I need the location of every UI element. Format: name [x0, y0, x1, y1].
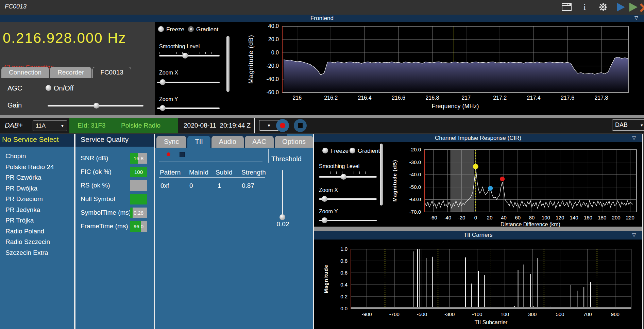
- play-green-icon[interactable]: [629, 3, 638, 12]
- service-item[interactable]: PR Czwórka: [0, 172, 74, 183]
- decoder-panel: [155, 134, 313, 329]
- threshold-slider[interactable]: [282, 170, 283, 220]
- service-item[interactable]: Chopin: [0, 151, 74, 162]
- threshold-label: Threshold: [271, 155, 302, 163]
- tab-options[interactable]: Options: [275, 136, 313, 148]
- freeze-radio[interactable]: [158, 26, 164, 32]
- chevron-down-icon: ▼: [61, 124, 64, 128]
- cir-zoom-x-label: Zoom X: [319, 187, 338, 193]
- tab-aac[interactable]: AAC: [245, 136, 274, 148]
- section-divider: [0, 115, 644, 118]
- gain-slider[interactable]: [48, 105, 143, 106]
- zoom-x-label: Zoom X: [159, 70, 178, 76]
- frontend-scrollbar[interactable]: [226, 36, 230, 92]
- record-button[interactable]: [276, 119, 289, 132]
- service-item[interactable]: PR Jedynka: [0, 204, 74, 215]
- channel-dropdown[interactable]: 11A ▼: [33, 120, 67, 131]
- zoom-y-label: Zoom Y: [159, 96, 178, 102]
- gear-icon[interactable]: [598, 2, 609, 11]
- service-item[interactable]: Radio Szczecin: [0, 236, 74, 247]
- tii-col-header: SubId: [216, 169, 233, 176]
- zoom-x-slider[interactable]: [157, 82, 220, 83]
- tab-audio[interactable]: Audio: [211, 136, 244, 148]
- quality-bar: 16.8: [130, 153, 147, 164]
- quality-label: RS (ok %): [81, 182, 110, 189]
- cir-zoom-x-slider[interactable]: [319, 198, 377, 200]
- cir-expander-icon[interactable]: ▽: [632, 135, 636, 141]
- service-quality-header: Service Quality: [75, 134, 154, 147]
- service-item[interactable]: Radio Poland: [0, 226, 74, 237]
- cir-scrollbar[interactable]: [380, 144, 383, 205]
- tii-expander-icon[interactable]: ▽: [632, 232, 636, 237]
- dab-bar-separator: [254, 118, 255, 133]
- info-icon[interactable]: i: [583, 2, 586, 12]
- right-edge-scrollbar[interactable]: [642, 134, 643, 329]
- tii-legend-rule: [159, 162, 262, 162]
- tii-table-rule: [159, 177, 265, 178]
- smoothing-slider[interactable]: [159, 55, 220, 56]
- quality-label: FIC (ok %): [81, 168, 112, 176]
- gradient-label: Gradient: [196, 26, 218, 33]
- service-item[interactable]: Polskie Radio 24: [0, 162, 74, 172]
- quality-bar: [130, 180, 147, 191]
- service-list: ChopinPolskie Radio 24PR CzwórkaPR Dwójk…: [0, 151, 74, 258]
- gain-slider-thumb[interactable]: [94, 103, 99, 109]
- tii-cell: 0xf: [160, 182, 169, 190]
- no-service-selected-label: No Service Select: [2, 135, 74, 144]
- output-mode-dropdown[interactable]: DAB ▼: [612, 119, 644, 131]
- cir-zoom-y-slider[interactable]: [319, 220, 377, 221]
- dab-mode-label: DAB+: [5, 121, 23, 129]
- quality-row: FrameTime (ms)96.0: [75, 221, 154, 232]
- tii-col-header: Pattern: [160, 169, 181, 176]
- freeze-label: Freeze: [166, 26, 184, 33]
- record-dot-icon: [280, 123, 285, 128]
- frontend-expander-icon[interactable]: ▽: [634, 15, 638, 20]
- stop-button[interactable]: [294, 119, 307, 132]
- agc-label: AGC: [7, 84, 22, 92]
- cir-gradient-radio[interactable]: [350, 148, 355, 153]
- service-item[interactable]: PR Dwójka: [0, 183, 74, 194]
- tab-connection[interactable]: Connection: [1, 67, 49, 78]
- service-item[interactable]: PR Dzieciom: [0, 194, 74, 204]
- tab-tii[interactable]: TII: [187, 136, 210, 148]
- gain-label: Gain: [7, 101, 22, 109]
- channel-value: 11A: [36, 122, 46, 129]
- cir-gradient-label: Gradient: [358, 148, 380, 154]
- tii-title: TII Carriers: [314, 232, 642, 238]
- cir-title: Channel Impulse Response (CIR): [314, 135, 642, 142]
- app-window: FC0013 i Frontend ▽ 0.216.928.000 Hz 43 …: [0, 0, 644, 329]
- quality-bar: [130, 194, 147, 204]
- tii-cell: 0: [189, 182, 193, 190]
- chevron-down-icon: ▼: [640, 123, 644, 127]
- cir-freeze-radio[interactable]: [322, 148, 328, 153]
- service-item[interactable]: Szczecin Extra: [0, 247, 74, 258]
- quality-row: RS (ok %): [75, 180, 154, 191]
- agc-radio[interactable]: [46, 85, 51, 91]
- decoder-tabs: SyncTIIAudioAACOptions: [156, 136, 313, 148]
- tii-legend-square-icon: [180, 152, 185, 157]
- tii-col-header: MainId: [189, 169, 208, 176]
- quality-label: SNR (dB): [81, 154, 108, 162]
- tii-legend-dot-icon: [167, 152, 170, 156]
- tab-fc0013[interactable]: FC0013: [92, 67, 131, 78]
- quality-bar: 0.28: [130, 208, 147, 218]
- smoothing-slider-thumb[interactable]: [182, 53, 188, 59]
- output-mode-value: DAB: [615, 121, 628, 129]
- cir-smoothing-label: Smoothing Level: [319, 163, 359, 169]
- service-item[interactable]: PR Trójka: [0, 215, 74, 226]
- cir-zoom-y-thumb[interactable]: [322, 217, 327, 223]
- window-icon[interactable]: [562, 3, 572, 12]
- zoom-y-slider[interactable]: [157, 108, 220, 109]
- cir-zoom-y-label: Zoom Y: [319, 209, 338, 215]
- cir-header: Channel Impulse Response (CIR) ▽: [314, 134, 642, 142]
- gradient-radio-checked[interactable]: ×: [188, 26, 194, 32]
- cir-smoothing-slider[interactable]: [319, 176, 377, 178]
- close-x-icon[interactable]: [640, 2, 644, 13]
- quality-row: SymbolTime (ms)0.28: [75, 208, 154, 218]
- play-blue-icon[interactable]: [617, 3, 625, 12]
- cir-zoom-x-thumb[interactable]: [322, 196, 327, 202]
- frontend-title: Frontend: [0, 15, 644, 22]
- threshold-slider-thumb[interactable]: [279, 214, 285, 220]
- tab-recorder[interactable]: Recorder: [50, 67, 91, 78]
- tab-sync[interactable]: Sync: [156, 136, 186, 148]
